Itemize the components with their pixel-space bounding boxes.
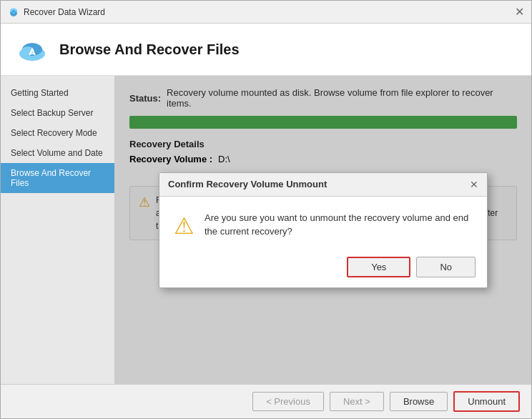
dialog-overlay: Confirm Recovery Volume Unmount ✕ ⚠ Are … — [115, 76, 531, 384]
sidebar-item-select-volume-date[interactable]: Select Volume and Date — [1, 143, 114, 163]
confirm-dialog: Confirm Recovery Volume Unmount ✕ ⚠ Are … — [159, 172, 488, 288]
header: Browse And Recover Files — [1, 24, 531, 76]
title-bar-text: Recover Data Wizard — [24, 7, 105, 17]
title-bar: Recover Data Wizard ✕ — [1, 1, 531, 24]
dialog-close-button[interactable]: ✕ — [470, 179, 478, 190]
browse-button[interactable]: Browse — [390, 392, 448, 411]
previous-button[interactable]: < Previous — [252, 392, 324, 411]
dialog-title-bar: Confirm Recovery Volume Unmount ✕ — [159, 173, 487, 197]
header-icon — [15, 32, 49, 66]
sidebar-item-getting-started[interactable]: Getting Started — [1, 83, 114, 103]
main-content: Status: Recovery volume mounted as disk.… — [115, 76, 531, 384]
dialog-message: Are you sure you want to unmount the rec… — [205, 211, 473, 239]
dialog-no-button[interactable]: No — [416, 257, 476, 277]
app-icon — [8, 6, 19, 18]
sidebar-item-select-backup-server[interactable]: Select Backup Server — [1, 103, 114, 123]
dialog-warning-icon: ⚠ — [174, 212, 194, 240]
sidebar: Getting Started Select Backup Server Sel… — [1, 76, 115, 384]
dialog-yes-button[interactable]: Yes — [347, 257, 410, 277]
dialog-body: ⚠ Are you sure you want to unmount the r… — [159, 197, 487, 251]
next-button[interactable]: Next > — [330, 392, 384, 411]
body: Getting Started Select Backup Server Sel… — [1, 76, 531, 384]
sidebar-item-select-recovery-mode[interactable]: Select Recovery Mode — [1, 123, 114, 143]
footer: < Previous Next > Browse Unmount — [1, 384, 531, 418]
title-bar-left: Recover Data Wizard — [8, 6, 105, 18]
main-window: Recover Data Wizard ✕ Browse And Recover… — [0, 0, 532, 419]
page-title: Browse And Recover Files — [59, 41, 240, 58]
dialog-title-text: Confirm Recovery Volume Unmount — [168, 179, 327, 189]
unmount-button[interactable]: Unmount — [453, 391, 520, 412]
dialog-footer: Yes No — [159, 251, 487, 287]
sidebar-item-browse-recover[interactable]: Browse And Recover Files — [1, 163, 114, 193]
window-close-button[interactable]: ✕ — [515, 6, 524, 18]
